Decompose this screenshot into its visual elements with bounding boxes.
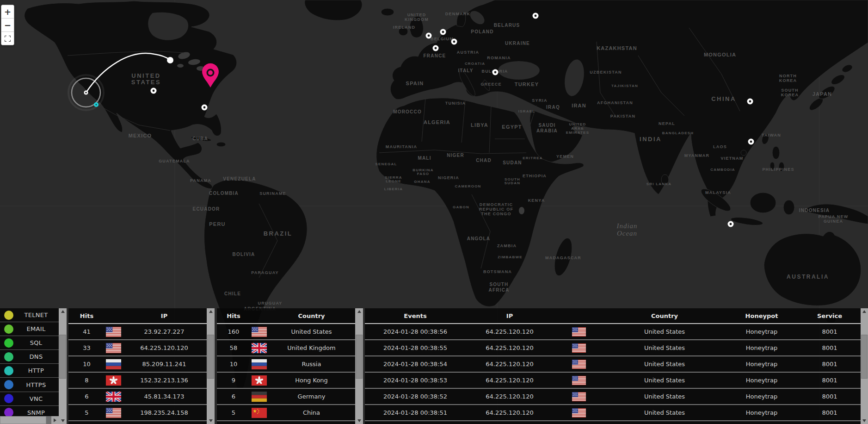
cell-hits: 41 xyxy=(68,328,105,335)
cell-ip: 85.209.11.241 xyxy=(122,361,207,368)
country-label: AUSTRALIA xyxy=(787,274,829,280)
protocol-color-dot xyxy=(4,352,13,362)
landmass-hainan xyxy=(741,150,746,156)
attack-location-marker[interactable] xyxy=(440,29,446,35)
fullscreen-button[interactable] xyxy=(1,32,14,45)
cell-hits: 10 xyxy=(68,361,105,368)
country-label: EGYPT xyxy=(502,124,522,130)
cell-hits: 58 xyxy=(217,344,250,351)
country-label: CHILE xyxy=(224,291,241,296)
attack-location-marker[interactable] xyxy=(748,139,754,145)
country-flag-cell xyxy=(554,327,604,337)
scroll-track[interactable] xyxy=(59,315,67,418)
country-label: INDIA xyxy=(640,136,662,143)
attack-location-marker[interactable] xyxy=(728,221,734,227)
country-label: CHAD xyxy=(476,158,492,163)
country-label: URUGUAY xyxy=(258,301,282,306)
landmass-hispaniola xyxy=(216,142,226,147)
country-label: NIGER xyxy=(447,153,464,158)
cell-country: China xyxy=(268,409,355,416)
scroll-up-button[interactable] xyxy=(59,308,67,315)
country-label: PARAGUAY xyxy=(251,270,279,275)
flag-gb-icon xyxy=(252,343,267,353)
cell-ip: 64.225.120.120 xyxy=(466,377,554,384)
country-label: INDONESIA xyxy=(799,208,830,213)
country-label: GABON xyxy=(453,205,469,209)
table-row: 10Russia xyxy=(217,356,355,373)
country-label: AUSTRIA xyxy=(457,50,479,55)
country-label: BOTSWANA xyxy=(483,269,512,274)
country-label: UKRAINE xyxy=(505,41,530,46)
country-label: AFGHANISTAN xyxy=(597,100,633,105)
scroll-up-button[interactable] xyxy=(861,308,868,315)
flag-de-icon xyxy=(252,392,267,402)
country-label: SYRIA xyxy=(532,98,548,103)
scroll-track[interactable] xyxy=(355,315,363,418)
attack-location-marker[interactable] xyxy=(492,69,499,75)
cell-service: 8001 xyxy=(799,377,861,384)
country-label: MADAGASCAR xyxy=(545,256,581,260)
scroll-up-button[interactable] xyxy=(207,308,215,315)
table-row: 2024-01-28 00:38:5564.225.120.120United … xyxy=(365,340,861,356)
legend-scrollbar[interactable] xyxy=(59,308,67,424)
scroll-thumb[interactable] xyxy=(207,335,214,379)
cell-events: 2024-01-28 00:38:51 xyxy=(365,409,466,416)
table-header-row: EventsIPCountryHoneypotService xyxy=(365,308,861,324)
cell-ip: 64.225.120.120 xyxy=(466,361,554,368)
column-header-service: Service xyxy=(799,312,861,319)
scroll-thumb[interactable] xyxy=(356,335,363,379)
scroll-down-button[interactable] xyxy=(59,418,67,424)
legend-horizontal-scrollbar[interactable] xyxy=(0,416,59,424)
column-header-hits: Hits xyxy=(217,312,250,319)
country-flag-cell xyxy=(250,343,268,353)
legend-item-telnet: TELNET xyxy=(0,308,59,322)
column-header-country: Country xyxy=(268,312,355,319)
country-flag-cell xyxy=(554,392,604,401)
zoom-out-button[interactable]: − xyxy=(1,19,14,32)
table-row: 5198.235.24.158 xyxy=(68,405,207,421)
country-label: MYANMAR xyxy=(684,153,710,158)
country-label: TUNISIA xyxy=(445,101,466,106)
cell-events: 2024-01-28 00:38:56 xyxy=(365,328,466,335)
protocol-label: SQL xyxy=(13,339,59,346)
attack-location-marker[interactable] xyxy=(202,105,208,111)
scroll-down-button[interactable] xyxy=(207,418,215,424)
attack-location-marker[interactable] xyxy=(451,39,457,45)
scroll-down-button[interactable] xyxy=(861,418,868,424)
scroll-track[interactable] xyxy=(207,315,215,418)
country-label: NIGERIA xyxy=(438,175,459,180)
attack-location-marker[interactable] xyxy=(747,99,753,105)
country-label: ETHIOPIA xyxy=(523,174,547,178)
country-label: PANAMA xyxy=(190,178,211,183)
cell-events: 2024-01-28 00:38:52 xyxy=(365,393,466,400)
country-label: MALI xyxy=(418,156,431,161)
attack-location-marker[interactable] xyxy=(533,13,539,19)
country-label: SOUTHAFRICA xyxy=(489,282,510,292)
legend-item-sql: SQL xyxy=(0,336,59,350)
table-row: 2024-01-28 00:38:5664.225.120.120United … xyxy=(365,324,861,340)
cell-honeypot: Honeytrap xyxy=(725,344,799,351)
scroll-right-button[interactable] xyxy=(51,416,59,424)
scroll-track[interactable] xyxy=(861,315,868,418)
country-label: UZBEKISTAN xyxy=(590,70,622,75)
top-countries-scrollbar[interactable] xyxy=(355,308,363,424)
attack-location-marker[interactable] xyxy=(426,33,432,39)
cell-hits: 6 xyxy=(217,393,250,400)
country-label: SPAIN xyxy=(406,81,424,86)
country-label: MONGOLIA xyxy=(704,52,736,57)
country-label: PAKISTAN xyxy=(610,114,635,118)
scroll-thumb[interactable] xyxy=(0,416,46,424)
protocol-color-dot xyxy=(4,366,13,375)
scroll-thumb[interactable] xyxy=(59,335,66,379)
attack-location-marker[interactable] xyxy=(151,88,157,94)
scroll-up-button[interactable] xyxy=(355,308,363,315)
country-label: ALGERIA xyxy=(424,119,450,125)
scroll-down-button[interactable] xyxy=(355,418,363,424)
scroll-thumb[interactable] xyxy=(861,335,868,379)
table-row: 2024-01-28 00:38:5364.225.120.120United … xyxy=(365,373,861,389)
zoom-in-button[interactable]: + xyxy=(1,5,14,19)
events-scrollbar[interactable] xyxy=(861,308,868,424)
flag-us-icon xyxy=(106,327,121,337)
top-ips-scrollbar[interactable] xyxy=(207,308,215,424)
attack-location-marker[interactable] xyxy=(433,45,439,51)
